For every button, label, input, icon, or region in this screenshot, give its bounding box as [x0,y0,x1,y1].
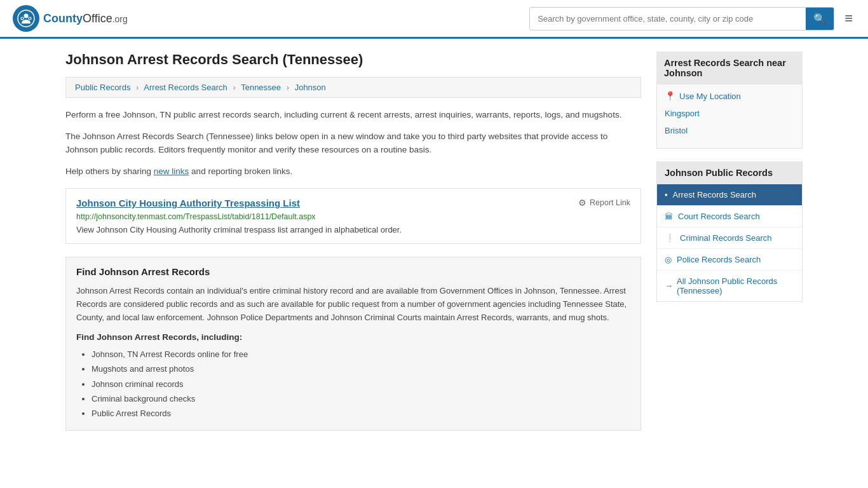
list-item: Mugshots and arrest photos [92,362,630,376]
link-card-title[interactable]: Johnson City Housing Authority Trespassi… [76,198,300,208]
logo-county: County [43,12,83,25]
breadcrumb-johnson[interactable]: Johnson [295,83,326,92]
nearby-bristol[interactable]: Bristol [665,125,794,138]
use-location-label: Use My Location [679,92,741,101]
link-card-url[interactable]: http://johnsoncity.tenmast.com/TrespassL… [76,212,630,221]
sidebar-nearby-title: Arrest Records Search near Johnson [656,51,803,85]
intro-para-1: Perform a free Johnson, TN public arrest… [65,108,641,122]
intro-para-3: Help others by sharing new links and rep… [65,165,641,179]
sidebar-item-arrest-label: Arrest Records Search [673,190,757,200]
sidebar: Arrest Records Search near Johnson 📍 Use… [656,51,803,441]
sidebar-item-police-label: Police Records Search [677,255,761,264]
find-section-text: Johnson Arrest Records contain an indivi… [76,285,630,324]
police-icon: ◎ [665,255,672,264]
sidebar-nearby-section: Arrest Records Search near Johnson 📍 Use… [656,51,803,149]
header-right: 🔍 ≡ [529,7,855,30]
search-button[interactable]: 🔍 [806,8,834,30]
find-section-title: Find Johnson Arrest Records [76,266,630,277]
page-container: Johnson Arrest Records Search (Tennessee… [53,39,815,454]
intro-text-post: and reporting broken links. [189,166,292,176]
logo-domain: .org [112,14,128,24]
search-icon: 🔍 [813,13,826,24]
breadcrumb: Public Records › Arrest Records Search ›… [65,77,641,98]
new-links-link[interactable]: new links [154,166,189,176]
svg-point-0 [18,10,34,27]
logo[interactable]: CountyOffice.org [13,5,128,32]
intro-para-2: The Johnson Arrest Records Search (Tenne… [65,130,641,157]
sidebar-item-arrest[interactable]: ▪ Arrest Records Search [657,184,802,206]
sidebar-item-court[interactable]: 🏛 Court Records Search [657,206,802,227]
breadcrumb-public-records[interactable]: Public Records [75,83,130,92]
logo-icon [13,5,39,32]
sidebar-item-police[interactable]: ◎ Police Records Search [657,249,802,271]
svg-point-1 [24,14,29,18]
logo-wordmark: CountyOffice.org [43,12,128,25]
list-item: Public Arrest Records [92,406,630,421]
breadcrumb-tennessee[interactable]: Tennessee [241,83,281,92]
report-link[interactable]: ⚙ Report Link [578,198,630,208]
page-title: Johnson Arrest Records Search (Tennessee… [65,51,641,68]
find-section: Find Johnson Arrest Records Johnson Arre… [65,257,641,430]
list-item: Johnson, TN Arrest Records online for fr… [92,347,630,362]
sidebar-item-court-label: Court Records Search [678,212,760,221]
use-my-location[interactable]: 📍 Use My Location [665,91,794,101]
logo-office: Office [83,12,112,25]
link-card: Johnson City Housing Authority Trespassi… [65,188,641,244]
sidebar-records: Johnson Public Records ▪ Arrest Records … [656,161,803,302]
find-section-subtitle: Find Johnson Arrest Records, including: [76,332,630,342]
breadcrumb-sep-3: › [287,83,289,92]
hamburger-menu[interactable]: ≡ [842,8,855,29]
breadcrumb-sep-2: › [233,83,235,92]
sidebar-item-criminal-label: Criminal Records Search [680,233,772,243]
link-card-desc: View Johnson City Housing Authority crim… [76,225,630,234]
global-search: 🔍 [529,7,834,30]
site-header: CountyOffice.org 🔍 ≡ [0,0,868,39]
report-icon: ⚙ [578,198,587,208]
list-item: Criminal background checks [92,391,630,406]
sidebar-records-section: Johnson Public Records ▪ Arrest Records … [656,161,803,302]
list-item: Johnson criminal records [92,377,630,391]
report-link-label: Report Link [590,198,630,207]
breadcrumb-arrest-records[interactable]: Arrest Records Search [144,83,227,92]
sidebar-records-title: Johnson Public Records [657,161,802,184]
breadcrumb-sep-1: › [136,83,139,92]
criminal-icon: ❕ [665,233,675,243]
find-list: Johnson, TN Arrest Records online for fr… [76,347,630,421]
main-content: Johnson Arrest Records Search (Tennessee… [65,51,641,441]
all-records-link[interactable]: → All Johnson Public Records (Tennessee) [657,271,802,301]
search-input[interactable] [530,9,806,29]
court-icon: 🏛 [665,212,673,221]
nearby-kingsport[interactable]: Kingsport [665,107,794,121]
arrest-icon: ▪ [665,190,668,200]
intro-text-pre: Help others by sharing [65,166,154,176]
link-card-header: Johnson City Housing Authority Trespassi… [76,198,630,208]
arrow-icon: → [665,281,673,290]
sidebar-location: 📍 Use My Location Kingsport Bristol [656,85,803,149]
all-records-label: All Johnson Public Records (Tennessee) [677,276,794,295]
sidebar-item-criminal[interactable]: ❕ Criminal Records Search [657,227,802,249]
location-icon: 📍 [665,91,675,101]
